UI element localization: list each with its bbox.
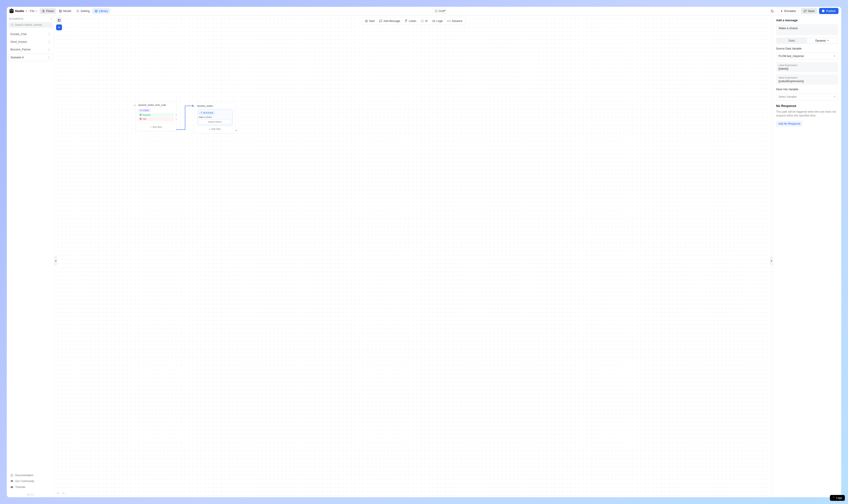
ear-icon [404, 19, 408, 23]
buttons-card[interactable]: BUTTONS Make a choice Dynamic Buttons [197, 109, 233, 126]
node-dynamic-button-from-code[interactable]: dynamic_button_from_code CODE Success Fa… [136, 102, 177, 131]
more-icon[interactable]: ⋮ [48, 48, 51, 51]
collapse-left-handle[interactable]: ◀ [54, 256, 57, 265]
save-button[interactable]: Save [801, 8, 817, 14]
logs-button[interactable]: ⌃Logs [830, 495, 841, 497]
community-link[interactable]: Our Community [8, 478, 52, 484]
store-select[interactable]: Select Variable▲▼ [776, 93, 838, 101]
emulator-label: Emulator [784, 9, 796, 13]
undo-redo: ↶ ↷ [57, 492, 65, 496]
success-row[interactable]: Success [138, 113, 174, 117]
redo-button[interactable]: ↷ [62, 492, 65, 496]
cursor-tool[interactable] [56, 24, 62, 30]
listen-button[interactable]: Listen [402, 18, 418, 24]
node-port[interactable] [176, 114, 177, 115]
dynamic-buttons-box[interactable]: Dynamic Buttons [199, 120, 231, 124]
node-port[interactable] [193, 106, 194, 107]
sort-icon: ▲▼ [834, 95, 835, 98]
panel-toggle[interactable] [56, 17, 62, 23]
version-text: v1.1.1 [7, 492, 54, 497]
brand-icon [10, 9, 14, 13]
theme-toggle[interactable] [769, 8, 776, 14]
add-step-button[interactable]: +Add Step [138, 125, 174, 129]
plus-icon: + [150, 126, 152, 128]
tab-library[interactable]: Library [92, 8, 110, 14]
scenario-item[interactable]: Send_Invoice⋮ [8, 38, 53, 46]
seg-static[interactable]: Static [776, 38, 807, 43]
chevron-down-icon: ▾ [36, 10, 37, 12]
chevron-up-icon: ⌃ [833, 496, 835, 497]
properties-panel: Add a message Make a choice Static Dynam… [773, 15, 841, 497]
value-expression-box[interactable]: Value Expression {{valueExpression}} [776, 74, 838, 85]
info-icon [435, 10, 437, 13]
scenario-item[interactable]: Esclate_Chat⋮ [8, 31, 53, 38]
advance-button[interactable]: Advance [446, 18, 465, 24]
logic-button[interactable]: Logic [430, 18, 445, 24]
store-label: Store Into Variable [776, 88, 838, 91]
more-icon[interactable]: ⋮ [48, 40, 51, 44]
scenario-item[interactable]: Become_Partner⋮ [8, 46, 53, 53]
more-icon[interactable]: ⋮ [48, 32, 51, 36]
node-port[interactable] [134, 105, 135, 106]
tab-model[interactable]: Model [57, 8, 73, 14]
canvas-tools [56, 17, 62, 30]
file-menu[interactable]: File ▾ [30, 9, 37, 13]
plus-icon: + [209, 128, 211, 130]
canvas[interactable]: Start Add Message Listen AI Logic Advanc… [54, 15, 773, 497]
youtube-icon [11, 486, 13, 489]
moon-icon [771, 9, 774, 13]
add-step-button[interactable]: +Add Step [197, 127, 233, 131]
start-button[interactable]: Start [363, 18, 377, 24]
source-select[interactable]: FLOW.last_response▲▼ [776, 53, 838, 60]
tab-flows[interactable]: Flows [40, 8, 56, 14]
emulator-button[interactable]: Emulator [777, 8, 799, 14]
publish-button[interactable]: Publish [819, 8, 838, 14]
nav-tabs: Flows Model Setting Library [40, 8, 110, 14]
more-icon[interactable]: ⋮ [47, 56, 50, 59]
tab-label: Flows [46, 9, 54, 13]
search-input[interactable]: Search intents, events.. [8, 22, 52, 28]
code-icon [140, 109, 142, 111]
add-no-response-button[interactable]: Add No Response [776, 121, 802, 127]
undo-button[interactable]: ↶ [57, 492, 59, 496]
code-icon [448, 19, 451, 23]
fail-row[interactable]: Fail [138, 117, 174, 121]
save-label: Save [808, 9, 815, 13]
brand[interactable]: Studio ▾ [10, 9, 27, 13]
tab-setting[interactable]: Setting [74, 8, 92, 14]
docs-link[interactable]: Documentation [8, 472, 52, 478]
scenario-item[interactable]: Scenario 4⋮ [8, 54, 53, 61]
type-segmented: Static Dynamic [776, 38, 838, 44]
scenario-list: Esclate_Chat⋮ Send_Invoice⋮ Become_Partn… [7, 30, 54, 470]
message-input[interactable]: Make a choice [776, 24, 838, 35]
sparkle-icon [827, 40, 829, 42]
add-message-button[interactable]: Add Message [377, 18, 402, 24]
drop-zone[interactable] [138, 121, 174, 124]
no-response-desc: This path will be triggered when the use… [776, 110, 838, 118]
seg-dynamic[interactable]: Dynamic [807, 38, 837, 43]
tab-label: Setting [80, 9, 90, 13]
svg-point-1 [43, 12, 44, 12]
label-expression-box[interactable]: Label Expression {{label}} [776, 62, 838, 72]
info-icon [11, 474, 13, 477]
flow-icon [42, 10, 45, 13]
x-circle-icon [140, 118, 142, 120]
add-scenario-button[interactable]: + [51, 18, 52, 20]
node-port[interactable] [176, 118, 177, 120]
tutorials-link[interactable]: Tutorials [8, 484, 52, 490]
node-port[interactable] [236, 130, 237, 131]
sort-icon: ▲▼ [834, 55, 835, 57]
node-dynamic-button[interactable]: dynamic_button BUTTONS Make a choice Dyn… [195, 103, 235, 133]
search-placeholder: Search intents, events.. [15, 23, 43, 26]
source-label: Source Data Variable [776, 47, 838, 50]
tab-label: Library [99, 9, 108, 13]
discord-icon [11, 480, 13, 483]
ai-icon [421, 19, 424, 23]
flow-toolbar: Start Add Message Listen AI Logic Advanc… [362, 17, 466, 25]
draft-status[interactable]: Draft [432, 8, 448, 14]
code-chip[interactable]: CODE [138, 109, 151, 112]
collapse-right-handle[interactable]: ▶ [770, 256, 773, 265]
ai-button[interactable]: AI [419, 18, 430, 24]
package-icon [94, 10, 98, 13]
play-icon [780, 10, 783, 13]
